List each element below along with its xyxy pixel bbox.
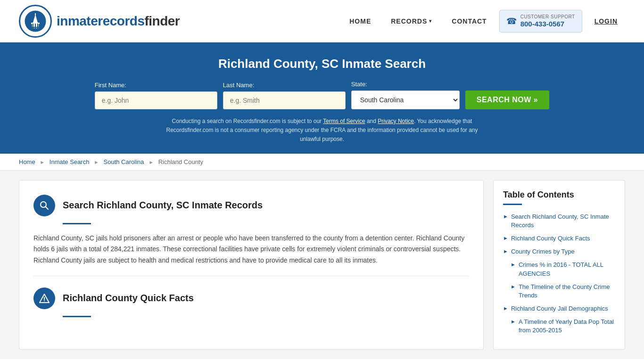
toc-title: Table of Contents: [503, 190, 615, 200]
breadcrumb-sep-3: ►: [149, 159, 154, 165]
breadcrumb-south-carolina[interactable]: South Carolina: [104, 158, 144, 165]
toc-link[interactable]: Richland County Quick Facts: [511, 234, 590, 243]
state-group: State: South Carolina: [351, 81, 460, 109]
phone-icon: ☎: [506, 16, 517, 26]
section1-title: Search Richland County, SC Inmate Record…: [63, 200, 263, 211]
section2-divider: [63, 316, 91, 317]
site-header: inmaterecordsfinder HOME RECORDS ▾ CONTA…: [0, 0, 644, 42]
main-nav: HOME RECORDS ▾ CONTACT ☎ CUSTOMER SUPPOR…: [342, 10, 625, 33]
state-select[interactable]: South Carolina: [351, 90, 460, 109]
section2: Richland County Quick Facts: [33, 276, 469, 317]
breadcrumb-richland-county: Richland County: [158, 158, 203, 165]
section1-header: Search Richland County, SC Inmate Record…: [33, 195, 469, 216]
section1-divider: [63, 223, 91, 224]
customer-support-button[interactable]: ☎ CUSTOMER SUPPORT 800-433-0567: [499, 10, 582, 33]
toc-item[interactable]: ► A Timeline of Yearly Data Pop Total fr…: [511, 318, 615, 335]
nav-contact[interactable]: CONTACT: [444, 14, 494, 29]
breadcrumb-inmate-search[interactable]: Inmate Search: [50, 158, 90, 165]
toc-link[interactable]: Richland County Jail Demographics: [511, 304, 608, 313]
last-name-label: Last Name:: [223, 82, 254, 89]
chevron-right-icon: ►: [503, 214, 508, 219]
first-name-input[interactable]: [95, 91, 217, 109]
disclaimer-text: Conducting a search on Recordsfinder.com…: [157, 117, 487, 144]
section2-header: Richland County Quick Facts: [33, 288, 469, 309]
section2-title: Richland County Quick Facts: [63, 293, 194, 304]
privacy-link[interactable]: Privacy Notice: [378, 118, 414, 124]
chevron-down-icon: ▾: [429, 18, 432, 24]
chevron-right-icon: ►: [511, 319, 516, 324]
toc-link[interactable]: A Timeline of Yearly Data Pop Total from…: [519, 318, 615, 335]
content-area: Search Richland County, SC Inmate Record…: [19, 180, 484, 350]
toc-item[interactable]: ► Richland County Quick Facts: [503, 234, 615, 243]
toc-list: ► Search Richland County, SC Inmate Reco…: [503, 213, 615, 335]
svg-point-13: [44, 300, 45, 301]
support-number: 800-433-0567: [520, 20, 575, 28]
state-label: State:: [351, 81, 367, 88]
toc-link[interactable]: County Crimes by Type: [511, 247, 575, 256]
svg-line-10: [46, 206, 48, 209]
chevron-right-icon: ►: [503, 305, 508, 311]
last-name-input[interactable]: [223, 91, 346, 109]
toc-link[interactable]: The Timeline of the County Crime Trends: [519, 283, 615, 300]
breadcrumb-sep-2: ►: [94, 159, 99, 165]
chevron-right-icon: ►: [503, 248, 508, 254]
svg-rect-4: [35, 13, 36, 15]
nav-home[interactable]: HOME: [342, 14, 379, 29]
logo-icon: [19, 5, 52, 38]
chevron-right-icon: ►: [511, 262, 516, 267]
page-title: Richland County, SC Inmate Search: [19, 57, 625, 71]
toc-link[interactable]: Search Richland County, SC Inmate Record…: [511, 213, 615, 230]
sidebar: Table of Contents ► Search Richland Coun…: [493, 180, 625, 350]
breadcrumb-home[interactable]: Home: [19, 158, 35, 165]
terms-link[interactable]: Terms of Service: [323, 118, 365, 124]
toc-item[interactable]: ► Crimes % in 2016 - TOTAL ALL AGENCIES: [511, 261, 615, 278]
toc-item[interactable]: ► County Crimes by Type: [503, 247, 615, 256]
support-label: CUSTOMER SUPPORT: [520, 14, 575, 20]
last-name-group: Last Name:: [223, 82, 346, 109]
chevron-right-icon: ►: [503, 235, 508, 241]
breadcrumb-sep-1: ►: [40, 159, 45, 165]
svg-rect-8: [32, 27, 39, 28]
breadcrumb: Home ► Inmate Search ► South Carolina ► …: [0, 154, 644, 171]
section1-text: Richland County, SC jails hold prisoners…: [33, 233, 469, 266]
search-button[interactable]: SEARCH NOW »: [465, 90, 549, 109]
toc-item[interactable]: ► Search Richland County, SC Inmate Reco…: [503, 213, 615, 230]
toc-item[interactable]: ► Richland County Jail Demographics: [503, 304, 615, 313]
main-container: Search Richland County, SC Inmate Record…: [0, 171, 644, 359]
first-name-label: First Name:: [95, 82, 126, 89]
search-section-icon: [33, 195, 55, 216]
chevron-right-icon: ►: [511, 284, 516, 289]
info-section-icon: [33, 288, 55, 309]
toc-item[interactable]: ► The Timeline of the County Crime Trend…: [511, 283, 615, 300]
logo-text: inmaterecordsfinder: [57, 14, 180, 29]
toc-divider: [503, 204, 522, 205]
nav-login[interactable]: LOGIN: [587, 14, 625, 29]
search-form: First Name: Last Name: State: South Caro…: [19, 81, 625, 109]
toc-link[interactable]: Crimes % in 2016 - TOTAL ALL AGENCIES: [519, 261, 615, 278]
logo-area: inmaterecordsfinder: [19, 5, 180, 38]
search-hero: Richland County, SC Inmate Search First …: [0, 42, 644, 154]
nav-records[interactable]: RECORDS ▾: [383, 14, 439, 29]
first-name-group: First Name:: [95, 82, 217, 109]
